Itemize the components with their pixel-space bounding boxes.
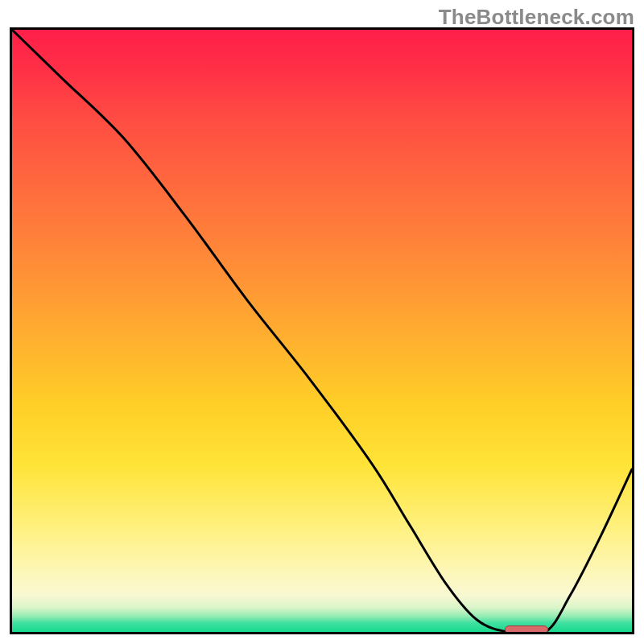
bottleneck-curve-path <box>12 30 632 632</box>
plot-line-svg <box>12 30 632 632</box>
plot-frame <box>10 27 634 634</box>
optimal-region-marker <box>505 625 548 634</box>
watermark-text: TheBottleneck.com <box>439 5 634 30</box>
